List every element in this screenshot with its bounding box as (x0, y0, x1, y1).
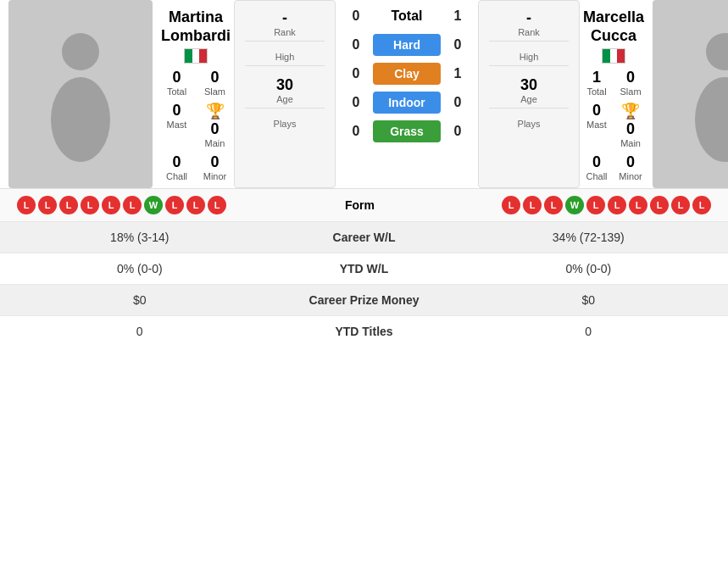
total-score-left: 0 (339, 8, 373, 24)
indoor-score-right: 0 (441, 95, 475, 110)
player1-trophy-icon: 🏆 (206, 102, 225, 120)
player1-minor-label: Minor (203, 171, 227, 181)
player1-name-block: MartinaLombardi 0 Total 0 Slam 0 Mast (161, 0, 231, 188)
player1-main-label: Main (205, 138, 225, 148)
player2-high-label: High (520, 52, 539, 62)
form-badge-l: L (81, 196, 99, 214)
total-label: Total (373, 8, 441, 24)
player1-flag (184, 48, 208, 64)
player2-detail-card: - Rank High 30 Age Plays (478, 0, 580, 188)
player2-trophy-icon: 🏆 (621, 102, 640, 120)
player2-plays-label: Plays (518, 119, 541, 129)
player1-mast-label: Mast (167, 120, 187, 130)
form-badge-l: L (523, 196, 542, 214)
player1-slam-label: Slam (204, 86, 225, 97)
career-wl-right: 34% (72-139) (458, 231, 720, 244)
svg-point-0 (62, 33, 99, 70)
svg-point-2 (706, 33, 728, 70)
grass-row: 0 Grass 0 (339, 120, 475, 142)
clay-score-left: 0 (339, 66, 373, 81)
form-badge-l: L (608, 196, 626, 214)
player2-chall-cell: 0 Chall (583, 152, 610, 183)
form-badge-l: L (650, 196, 669, 214)
player2-minor-value: 0 (626, 153, 635, 171)
player2-stats: 1 Total 0 Slam 0 Mast 🏆 0 Main 0 (583, 67, 644, 183)
player1-photo (8, 0, 153, 188)
total-score-right: 1 (441, 8, 475, 24)
player2-flag (602, 48, 625, 64)
ytd-titles-left: 0 (8, 325, 271, 338)
player1-mast-value: 0 (172, 102, 181, 120)
form-badge-l: L (629, 196, 647, 214)
prize-left: $0 (8, 293, 271, 307)
player2-form-badges: LLLWLLLLLL (411, 196, 720, 214)
player1-chall-value: 0 (172, 153, 181, 171)
prize-row: $0 Career Prize Money $0 (0, 284, 728, 315)
indoor-row: 0 Indoor 0 (339, 92, 475, 114)
grass-badge: Grass (373, 120, 441, 142)
form-label: Form (309, 198, 411, 212)
player1-total-cell: 0 Total (161, 67, 192, 98)
career-wl-row: 18% (3-14) Career W/L 34% (72-139) (0, 221, 728, 253)
player2-total-label: Total (586, 86, 606, 97)
player1-mast-cell: 0 Mast (161, 100, 192, 150)
player2-slam-value: 0 (626, 69, 635, 86)
player1-high-item: High (245, 48, 325, 66)
svg-point-1 (51, 77, 110, 162)
prize-label: Career Prize Money (271, 293, 458, 307)
hard-score-left: 0 (339, 37, 373, 53)
player1-minor-value: 0 (211, 153, 220, 171)
player2-main-value: 0 (626, 120, 635, 138)
hard-badge: Hard (373, 34, 441, 56)
player1-rank-label: Rank (274, 27, 296, 37)
player1-slam-value: 0 (211, 69, 220, 86)
player1-chall-label: Chall (166, 171, 187, 181)
form-badge-l: L (544, 196, 563, 214)
player2-age-label: Age (520, 94, 537, 104)
top-players: MartinaLombardi 0 Total 0 Slam 0 Mast (0, 0, 728, 188)
player1-form-badges: LLLLLLWLLL (8, 196, 309, 214)
player2-rank-value: - (526, 9, 531, 27)
form-section: LLLLLLWLLL Form LLLWLLLLLL (0, 188, 728, 221)
player2-photo (653, 0, 728, 188)
form-badge-l: L (692, 196, 711, 214)
grass-score-left: 0 (339, 124, 373, 139)
form-badge-l: L (38, 196, 57, 214)
player2-age-value: 30 (520, 76, 537, 94)
ytd-titles-right: 0 (458, 325, 720, 338)
prize-right: $0 (458, 293, 720, 307)
player2-main-label: Main (620, 138, 641, 148)
player1-high-label: High (275, 52, 295, 62)
player1-age-value: 30 (276, 76, 293, 94)
player2-slam-cell: 0 Slam (617, 67, 644, 98)
player2-total-cell: 1 Total (583, 67, 610, 98)
form-badge-l: L (123, 196, 142, 214)
ytd-wl-left: 0% (0-0) (8, 262, 271, 275)
indoor-score-left: 0 (339, 95, 373, 110)
player1-total-label: Total (167, 86, 186, 97)
player2-slam-label: Slam (620, 86, 642, 97)
player1-plays-label: Plays (274, 119, 297, 129)
player2-minor-label: Minor (619, 171, 642, 181)
form-badge-w: W (144, 196, 163, 214)
indoor-badge: Indoor (373, 92, 441, 114)
player1-slam-cell: 0 Slam (199, 67, 231, 98)
ytd-titles-label: YTD Titles (271, 325, 458, 338)
player2-total-value: 1 (592, 69, 601, 86)
career-wl-left: 18% (3-14) (8, 231, 271, 244)
player2-mast-label: Mast (586, 120, 607, 130)
form-badge-l: L (165, 196, 184, 214)
clay-row: 0 Clay 1 (339, 63, 475, 85)
player1-total-value: 0 (172, 69, 181, 86)
svg-point-3 (695, 77, 728, 162)
form-badge-l: L (186, 196, 205, 214)
player2-name: Marcella Cucca (583, 8, 644, 45)
grass-score-right: 0 (441, 124, 475, 139)
player2-mast-cell: 0 Mast (583, 100, 610, 150)
form-badge-l: L (671, 196, 690, 214)
player1-rank-item: - Rank (245, 6, 325, 42)
stats-rows: 18% (3-14) Career W/L 34% (72-139) 0% (0… (0, 221, 728, 347)
player2-minor-cell: 0 Minor (617, 152, 644, 183)
player2-chall-label: Chall (586, 171, 607, 181)
player2-age-item: 30 Age (489, 73, 569, 108)
